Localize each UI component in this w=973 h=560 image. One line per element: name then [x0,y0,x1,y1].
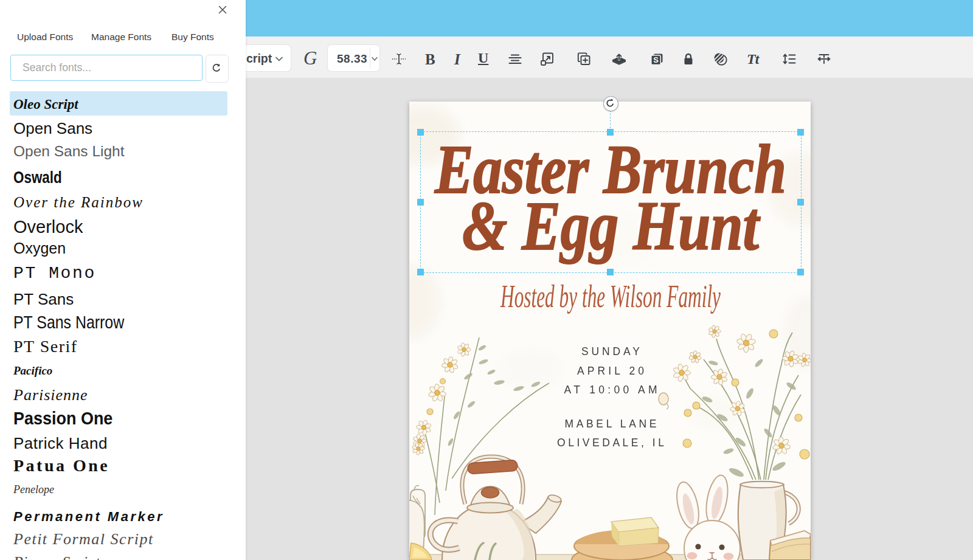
svg-text:MABEL LANE: MABEL LANE [565,418,657,430]
svg-text:OLIVEDALE, IL: OLIVEDALE, IL [557,437,664,449]
svg-text:Hosted by the Wilson Family: Hosted by the Wilson Family [500,279,721,314]
svg-text:S: S [653,55,659,64]
svg-text:SUNDAY: SUNDAY [581,345,640,358]
svg-text:AT 10:00 AM: AT 10:00 AM [564,384,657,396]
svg-text:APRIL 20: APRIL 20 [577,365,644,377]
